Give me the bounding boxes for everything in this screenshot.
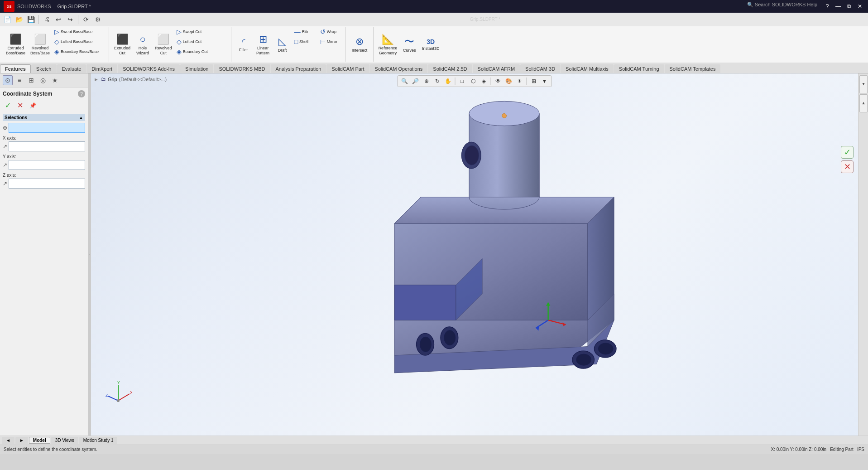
svg-text:Y: Y — [117, 380, 120, 385]
tab-solidcam-25d[interactable]: SolidCAM 2.5D — [428, 64, 472, 73]
instant3d-button[interactable]: 3D Instant3D — [419, 27, 442, 62]
intersect-button[interactable]: ⊗ Intersect — [348, 27, 371, 62]
new-button[interactable]: 📄 — [2, 14, 13, 25]
hide-show-button[interactable]: 👁 — [493, 76, 503, 86]
rotate-button[interactable]: ↻ — [432, 76, 442, 86]
swept-boss-button[interactable]: ▷ Swept Boss/Base — [53, 27, 107, 37]
shell-button[interactable]: □ Shell — [293, 37, 317, 47]
coord-cancel-button[interactable]: ✕ — [15, 100, 25, 111]
tab-analysis[interactable]: Analysis Preparation — [271, 64, 326, 73]
close-button[interactable]: ✕ — [855, 2, 864, 11]
curves-button[interactable]: 〜 Curves — [400, 27, 419, 62]
help-button[interactable]: ? — [823, 2, 832, 11]
tab-model[interactable]: Model — [29, 437, 50, 444]
tab-features[interactable]: Features — [0, 64, 31, 73]
draft-button[interactable]: ◺ Draft — [273, 27, 292, 62]
open-button[interactable]: 📂 — [14, 14, 24, 25]
tab-solidcam-templates[interactable]: SolidCAM Templates — [665, 64, 721, 73]
panel-tab-props[interactable]: ⊞ — [26, 75, 36, 85]
solidworks-logo: DS — [4, 1, 14, 12]
feat-row1: — Rib ↺ Wrap — [293, 27, 343, 37]
titlebar-controls: 🔍 Search SOLIDWORKS Help ? — ⧉ ✕ — [747, 2, 864, 11]
view-options-button[interactable]: □ — [457, 76, 467, 86]
display-style-button[interactable]: ⬡ — [468, 76, 478, 86]
tab-evaluate[interactable]: Evaluate — [57, 64, 86, 73]
tab-solidcam-part[interactable]: SolidCAM Part — [326, 64, 369, 73]
features-group: ◜ Fillet ⊞ Linear Pattern ◺ Draft — Rib — [232, 27, 345, 62]
scene-button[interactable]: ☀ — [515, 76, 525, 86]
pan-button[interactable]: ✋ — [443, 76, 453, 86]
redo-button[interactable]: ↪ — [65, 14, 76, 25]
tab-solidcam-afrm[interactable]: SolidCAM AFRM — [473, 64, 520, 73]
zoom-in-button[interactable]: 🔎 — [411, 76, 421, 86]
extruded-boss-button[interactable]: ⬛ Extruded Boss/Base — [4, 27, 28, 62]
svg-point-15 — [420, 337, 431, 352]
tab-addins[interactable]: SOLIDWORKS Add-Ins — [118, 64, 180, 73]
boundary-boss-button[interactable]: ◈ Boundary Boss/Base — [53, 47, 107, 57]
undo-button[interactable]: ↩ — [53, 14, 64, 25]
right-panel-btn-1[interactable]: ▲ — [859, 75, 868, 93]
right-panel-btn-2[interactable]: ▼ — [859, 94, 868, 112]
tab-solidcam-3d[interactable]: SolidCAM 3D — [520, 64, 560, 73]
appearance-button[interactable]: 🎨 — [504, 76, 514, 86]
revolved-boss-button[interactable]: ⬜ Revolved Boss/Base — [28, 27, 52, 62]
revolved-cut-button[interactable]: ⬜ Revolved Cut — [153, 27, 174, 62]
view-settings-button[interactable]: ▼ — [540, 76, 550, 86]
tab-solidcam-turning[interactable]: SolidCAM Turning — [614, 64, 664, 73]
lofted-cut-button[interactable]: ◇ Lofted Cut — [175, 37, 229, 47]
coord-ok-button[interactable]: ✓ — [3, 100, 13, 111]
wrap-button[interactable]: ↺ Wrap — [318, 27, 343, 37]
minimize-button[interactable]: — — [834, 2, 843, 11]
curves-label: Curves — [403, 48, 416, 53]
options-button[interactable]: ⚙ — [92, 14, 103, 25]
coord-pin-button[interactable]: 📌 — [27, 100, 38, 111]
tab-mbd[interactable]: SOLIDWORKS MBD — [214, 64, 270, 73]
z-axis-input[interactable] — [9, 179, 85, 189]
nav-prev-button[interactable]: ◄ — [2, 437, 14, 444]
panel-tab-config[interactable]: ◎ — [38, 75, 48, 85]
panel-tab-tree[interactable]: ≡ — [14, 75, 24, 85]
lofted-boss-button[interactable]: ◇ Lofted Boss/Base — [53, 37, 107, 47]
tab-sketch[interactable]: Sketch — [31, 64, 57, 73]
tab-motion-study[interactable]: Motion Study 1 — [79, 437, 118, 444]
restore-button[interactable]: ⧉ — [844, 2, 854, 11]
tab-3dviews[interactable]: 3D Views — [51, 437, 78, 444]
svg-text:X: X — [130, 390, 132, 395]
ref-geom-items: 📐 Reference Geometry 〜 Curves 3D Instant… — [376, 27, 442, 62]
save-button[interactable]: 💾 — [25, 14, 36, 25]
tab-solidcam-ops[interactable]: SolidCAM Operations — [370, 64, 428, 73]
z-label-text: Z axis: — [3, 173, 16, 178]
svg-point-34 — [117, 399, 120, 402]
viewport[interactable]: ► 🗂 Grip (Default<<Default>...) 🔍 🔎 ⊕ ↻ … — [91, 73, 858, 436]
linear-pattern-button[interactable]: ⊞ Linear Pattern — [254, 27, 273, 62]
panel-tab-favorites[interactable]: ★ — [50, 75, 60, 85]
y-axis-input[interactable] — [9, 160, 85, 170]
tab-simulation[interactable]: Simulation — [180, 64, 213, 73]
origin-input[interactable] — [9, 123, 85, 133]
reference-geometry-button[interactable]: 📐 Reference Geometry — [376, 27, 400, 62]
tab-dimxpert[interactable]: DimXpert — [86, 64, 117, 73]
mirror-button[interactable]: ⊢ Mirror — [318, 37, 343, 47]
fillet-button[interactable]: ◜ Fillet — [234, 27, 253, 62]
section-view-button[interactable]: ◈ — [479, 76, 489, 86]
tab-solidcam-multiaxis[interactable]: SolidCAM Multiaxis — [561, 64, 614, 73]
print-button[interactable]: 🖨 — [41, 14, 52, 25]
nav-next-button[interactable]: ► — [15, 437, 28, 444]
cancel-button[interactable]: ✕ — [841, 160, 854, 173]
view-layout-button[interactable]: ⊞ — [529, 76, 539, 86]
coord-help-icon[interactable]: ? — [78, 90, 85, 97]
rib-button[interactable]: — Rib — [293, 27, 317, 37]
swept-cut-button[interactable]: ▷ Swept Cut — [175, 27, 229, 37]
zoom-to-fit-button[interactable]: 🔍 — [400, 76, 410, 86]
hole-wizard-button[interactable]: ○ Hole Wizard — [133, 27, 152, 62]
zoom-out-button[interactable]: ⊕ — [422, 76, 432, 86]
boundary-cut-button[interactable]: ◈ Boundary Cut — [175, 47, 229, 57]
extruded-cut-button[interactable]: ⬛ Extruded Cut — [112, 27, 133, 62]
rebuild-button[interactable]: ⟳ — [81, 14, 91, 25]
selections-collapse[interactable]: ▲ — [79, 115, 83, 120]
panel-tab-features[interactable]: ⊙ — [3, 75, 13, 85]
extruded-boss-label: Extruded Boss/Base — [6, 46, 25, 56]
ok-button[interactable]: ✓ — [841, 146, 854, 159]
view-toolbar: 🔍 🔎 ⊕ ↻ ✋ □ ⬡ ◈ 👁 🎨 ☀ ⊞ ▼ — [398, 75, 552, 87]
x-axis-input[interactable] — [9, 141, 85, 151]
